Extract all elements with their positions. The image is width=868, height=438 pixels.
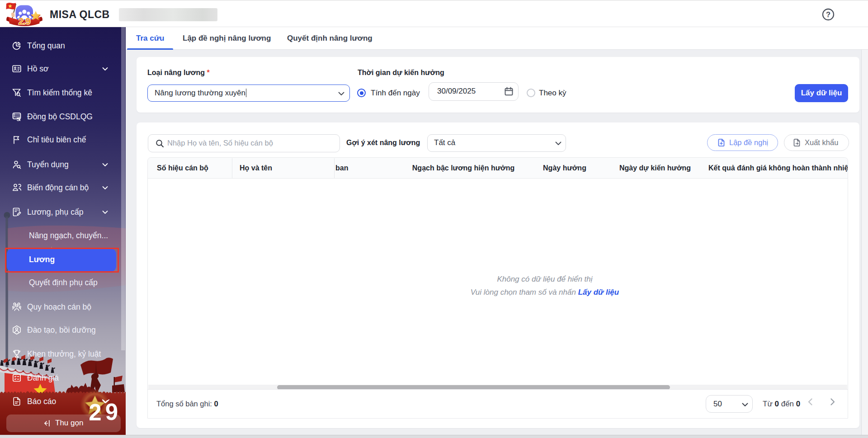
svg-text:?: ? [826,10,830,19]
svg-text:2.9: 2.9 [18,16,30,26]
